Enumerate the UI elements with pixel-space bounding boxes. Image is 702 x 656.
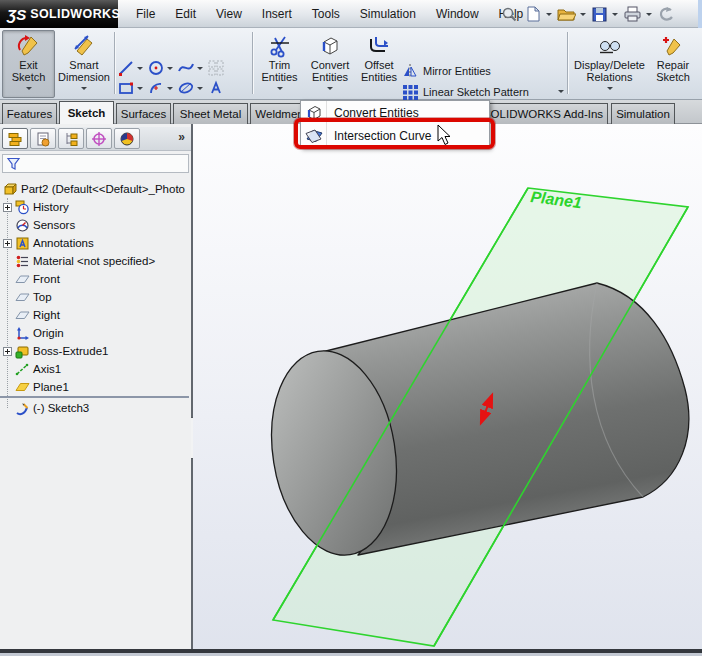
tree-filter-field[interactable] <box>2 154 189 173</box>
linear-sketch-pattern-button[interactable]: Linear Sketch Pattern <box>402 81 564 102</box>
tree-rollback-bar[interactable] <box>0 396 189 398</box>
property-manager-tab[interactable] <box>30 128 56 149</box>
expand-icon[interactable] <box>3 203 12 212</box>
origin-icon <box>14 326 31 341</box>
new-document-icon[interactable] <box>522 2 544 26</box>
tab-sheet-metal[interactable]: Sheet Metal <box>173 103 248 124</box>
panel-expand-chevron[interactable]: » <box>178 130 185 144</box>
spline-dropdown-arrow[interactable] <box>197 67 203 73</box>
tree-item-plane1[interactable]: Plane1 <box>0 378 189 396</box>
tree-item-sensors[interactable]: Sensors <box>0 216 189 234</box>
save-dropdown-arrow[interactable] <box>612 13 618 19</box>
convert-dropdown-arrow[interactable] <box>327 87 333 93</box>
rectangle-dropdown-arrow[interactable] <box>137 87 143 93</box>
ribbon-separator <box>252 32 254 94</box>
menu-insert[interactable]: Insert <box>252 0 302 28</box>
display-delete-relations-button[interactable]: Display/Delete Relations <box>572 30 647 98</box>
tree-item-material[interactable]: Material <not specified> <box>0 252 189 270</box>
new-dropdown-arrow[interactable] <box>546 13 552 19</box>
repair-sketch-button[interactable]: Repair Sketch <box>649 30 697 98</box>
menu-window[interactable]: Window <box>426 0 489 28</box>
tree-item-origin[interactable]: Origin <box>0 324 189 342</box>
line-tool-icon[interactable] <box>117 59 143 77</box>
mirror-entities-icon <box>402 63 418 79</box>
convert-entities-icon <box>318 33 342 59</box>
exit-sketch-label-1: Exit <box>19 59 37 71</box>
display-delete-label-2: Relations <box>587 71 633 83</box>
linear-pattern-dropdown-arrow[interactable] <box>558 90 564 96</box>
trim-entities-button[interactable]: Trim Entities <box>256 30 303 98</box>
menu-view[interactable]: View <box>206 0 252 28</box>
tree-item-history[interactable]: History <box>0 198 189 216</box>
centerpoint-arc-tool-icon[interactable] <box>147 79 173 97</box>
history-icon <box>14 200 31 215</box>
solidworks-logo: ƷS SOLIDWORKS <box>0 0 118 28</box>
smart-dimension-icon <box>72 33 96 59</box>
boss-extrude-icon <box>14 344 31 359</box>
trim-dropdown-arrow[interactable] <box>277 87 283 93</box>
smart-dimension-label-1: Smart <box>69 59 98 71</box>
undo-icon[interactable] <box>654 2 678 26</box>
ellipse-tool-icon[interactable] <box>177 79 203 97</box>
graphics-viewport[interactable]: Plane1 <box>193 124 702 656</box>
tab-surfaces[interactable]: Surfaces <box>116 103 171 124</box>
configuration-manager-tab[interactable] <box>58 128 84 149</box>
tree-item-sketch3[interactable]: (-) Sketch3 <box>0 399 189 417</box>
circle-dropdown-arrow[interactable] <box>167 67 173 73</box>
menu-file[interactable]: File <box>126 0 165 28</box>
panel-tab-header: » <box>0 127 191 151</box>
tree-item-front-plane[interactable]: Front <box>0 270 189 288</box>
feature-manager-icon <box>7 131 23 147</box>
line-dropdown-arrow[interactable] <box>137 67 143 73</box>
repair-sketch-icon <box>661 33 685 59</box>
tree-item-right-plane[interactable]: Right <box>0 306 189 324</box>
rectangle-tool-icon[interactable] <box>117 79 143 97</box>
tree-item-axis[interactable]: Axis1 <box>0 360 189 378</box>
tree-item-top-plane[interactable]: Top <box>0 288 189 306</box>
exit-sketch-button[interactable]: Exit Sketch <box>2 30 55 98</box>
tab-solidworks-add-ins[interactable]: SOLIDWORKS Add-Ins <box>478 103 608 124</box>
print-dropdown-arrow[interactable] <box>646 13 652 19</box>
text-tool-icon[interactable] <box>207 79 225 97</box>
logo-name: SOLIDWORKS <box>30 7 120 21</box>
search-icon[interactable] <box>498 2 520 26</box>
feature-manager-tab[interactable] <box>2 128 28 149</box>
exit-sketch-icon <box>16 33 42 59</box>
repair-sketch-label-2: Sketch <box>656 71 690 83</box>
annotation-highlight-box <box>294 118 495 149</box>
display-delete-dropdown-arrow[interactable] <box>607 87 613 93</box>
smart-dimension-button[interactable]: Smart Dimension <box>56 30 112 98</box>
open-icon[interactable] <box>554 2 578 26</box>
offset-entities-button[interactable]: Offset Entities <box>357 30 401 98</box>
expand-icon[interactable] <box>3 347 12 356</box>
arc-dropdown-arrow[interactable] <box>167 87 173 93</box>
dimxpert-manager-tab[interactable] <box>86 128 112 149</box>
exit-sketch-dropdown-arrow[interactable] <box>26 87 32 93</box>
menu-simulation[interactable]: Simulation <box>350 0 426 28</box>
trim-label-1: Trim <box>269 59 291 71</box>
spline-tool-icon[interactable] <box>177 59 203 77</box>
offset-label-2: Entities <box>361 71 397 83</box>
reference-plane-icon <box>14 272 31 287</box>
tab-features[interactable]: Features <box>2 103 57 124</box>
menu-edit[interactable]: Edit <box>165 0 206 28</box>
tab-simulation[interactable]: Simulation <box>611 103 675 124</box>
feature-manager-panel: » Part2 (Default<<Default>_Photo History… <box>0 124 193 656</box>
expand-icon[interactable] <box>3 239 12 248</box>
tree-item-annotations[interactable]: Annotations <box>0 234 189 252</box>
smart-dimension-dropdown-arrow[interactable] <box>81 87 87 93</box>
display-manager-tab[interactable] <box>114 128 140 149</box>
ellipse-dropdown-arrow[interactable] <box>197 87 203 93</box>
mirror-entities-button[interactable]: Mirror Entities <box>402 60 564 81</box>
convert-entities-button[interactable]: Convert Entities <box>305 30 355 98</box>
tree-item-boss-extrude[interactable]: Boss-Extrude1 <box>0 342 189 360</box>
tree-item-part[interactable]: Part2 (Default<<Default>_Photo <box>0 180 189 198</box>
property-manager-icon <box>35 131 51 147</box>
open-dropdown-arrow[interactable] <box>580 13 586 19</box>
print-icon[interactable] <box>620 2 644 26</box>
menu-tools[interactable]: Tools <box>302 0 350 28</box>
save-icon[interactable] <box>588 2 610 26</box>
circle-tool-icon[interactable] <box>147 59 173 77</box>
plane1-icon <box>14 380 31 395</box>
tab-sketch[interactable]: Sketch <box>59 101 114 124</box>
